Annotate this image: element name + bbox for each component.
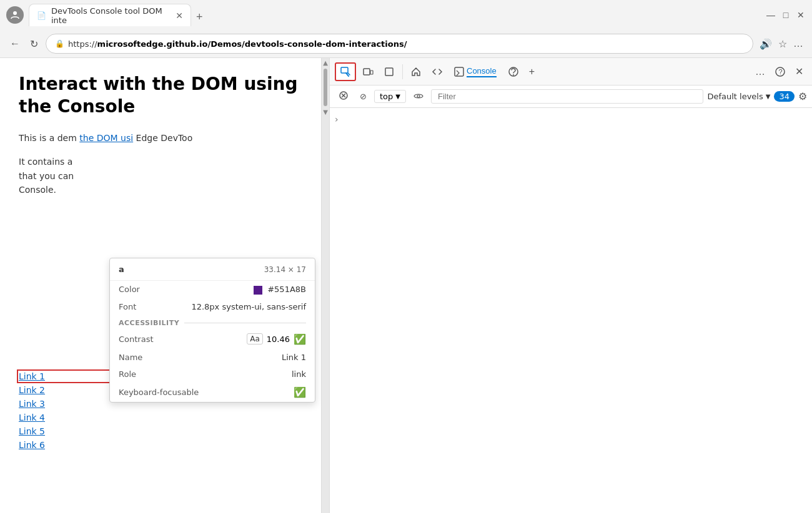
tooltip-name-label: Name: [119, 353, 142, 362]
tooltip-contrast-label: Contrast: [119, 335, 154, 344]
scroll-up-arrow[interactable]: ▲: [323, 59, 328, 66]
tooltip-keyboard-label: Keyboard-focusable: [119, 388, 199, 397]
tooltip-header: a 33.14 × 17: [110, 258, 315, 281]
add-tool-button[interactable]: +: [525, 64, 538, 80]
page-description-1: This is a dem the DOM usi Edge DevToo: [19, 131, 302, 145]
tooltip-contrast-value: Aa 10.46 ✅: [247, 333, 306, 345]
code-button[interactable]: [428, 64, 447, 80]
default-levels-selector[interactable]: Default levels ▼: [707, 92, 770, 101]
main-area: Interact with the DOM using the Console …: [0, 58, 812, 513]
tooltip-role-row: Role link: [110, 366, 315, 383]
minimize-button[interactable]: —: [766, 10, 776, 20]
tooltip-color-label: Color: [119, 285, 140, 294]
read-aloud-button[interactable]: 🔊: [758, 37, 773, 51]
link-6[interactable]: Link 6: [19, 440, 302, 450]
console-chevron[interactable]: ›: [335, 114, 339, 124]
color-swatch: [254, 286, 262, 295]
svg-rect-5: [455, 67, 463, 76]
address-actions: 🔊 ☆ …: [758, 37, 805, 51]
profile-icon[interactable]: [6, 6, 24, 24]
tab-title: DevTools Console tool DOM inte: [51, 6, 168, 25]
address-field[interactable]: 🔒 https://microsoftedge.github.io/Demos/…: [46, 34, 753, 54]
close-button[interactable]: ✕: [796, 10, 806, 20]
page-link-inline[interactable]: the DOM usi: [79, 133, 133, 143]
filter-input[interactable]: [431, 89, 703, 104]
svg-text:?: ?: [779, 68, 783, 76]
tooltip-color-value: #551A8B: [254, 285, 306, 295]
accessibility-divider: ACCESSIBILITY: [110, 315, 315, 330]
default-levels-arrow: ▼: [766, 93, 771, 100]
default-levels-label: Default levels: [707, 92, 763, 101]
description-text-2b: that you can: [19, 171, 74, 181]
page-description-2: It contains a that you can Console.: [19, 155, 302, 197]
console-tab-button[interactable]: Console: [449, 64, 502, 80]
svg-rect-2: [364, 69, 370, 75]
tooltip-font-value: 12.8px system-ui, sans-serif: [191, 302, 306, 311]
tooltip-keyboard-value: ✅: [294, 386, 306, 398]
svg-point-7: [513, 74, 514, 76]
more-tools-button[interactable]: …: [751, 64, 769, 80]
issues-button[interactable]: [504, 64, 523, 80]
eye-button[interactable]: [410, 90, 427, 104]
more-button[interactable]: …: [792, 37, 805, 51]
favorites-button[interactable]: ☆: [777, 37, 788, 51]
link-5[interactable]: Link 5: [19, 426, 302, 436]
lock-icon: 🔒: [55, 39, 64, 48]
console-tab-label: Console: [467, 66, 497, 77]
source-order-button[interactable]: [380, 64, 399, 80]
address-text: https://microsoftedge.github.io/Demos/de…: [68, 39, 407, 49]
tooltip-name-value: Link 1: [282, 353, 306, 362]
svg-rect-1: [341, 67, 348, 73]
filter-toggle-button[interactable]: ⊘: [356, 90, 370, 103]
scroll-indicator: ▲ ▼: [322, 58, 329, 513]
device-emulation-button[interactable]: [359, 64, 377, 80]
console-settings-button[interactable]: ⚙: [798, 90, 807, 102]
title-bar: 📄 DevTools Console tool DOM inte ✕ + — □…: [0, 0, 812, 30]
back-button[interactable]: ←: [7, 36, 22, 52]
svg-rect-4: [385, 68, 393, 76]
console-content: ›: [330, 108, 812, 513]
clear-console-button[interactable]: [335, 89, 352, 104]
devtools-panel: Console + … ? ✕: [329, 58, 812, 513]
message-count-value: 34: [779, 92, 790, 101]
tab-close-button[interactable]: ✕: [176, 11, 183, 21]
message-count-badge: 34: [774, 91, 795, 102]
tooltip-tag: a: [119, 265, 124, 274]
reload-button[interactable]: ↻: [27, 36, 41, 52]
link-4[interactable]: Link 4: [19, 413, 302, 423]
page-title: Interact with the DOM using the Console: [19, 73, 302, 119]
context-selector[interactable]: top ▼: [374, 90, 406, 103]
inspect-element-button[interactable]: [335, 62, 356, 81]
tabs-container: 📄 DevTools Console tool DOM inte ✕ +: [29, 4, 761, 26]
tooltip-font-row: Font 12.8px system-ui, sans-serif: [110, 298, 315, 315]
description-text-1: This is a dem: [19, 133, 77, 143]
console-secondary-toolbar: ⊘ top ▼ Default levels ▼ 34 ⚙: [330, 86, 812, 108]
context-label: top: [380, 92, 393, 101]
svg-point-0: [13, 11, 17, 15]
active-tab[interactable]: 📄 DevTools Console tool DOM inte ✕: [29, 4, 191, 26]
description-text-2a: It contains a: [19, 157, 72, 167]
toolbar-separator-1: [402, 64, 403, 79]
close-devtools-button[interactable]: ✕: [791, 63, 807, 80]
contrast-check-icon: ✅: [294, 333, 306, 345]
tooltip-contrast-row: Contrast Aa 10.46 ✅: [110, 330, 315, 349]
svg-rect-3: [370, 71, 373, 74]
svg-point-11: [417, 95, 420, 97]
new-tab-button[interactable]: +: [191, 8, 208, 26]
tooltip-role-value: link: [292, 369, 306, 379]
devtools-toolbar: Console + … ? ✕: [330, 58, 812, 86]
tooltip-color-row: Color #551A8B: [110, 281, 315, 298]
home-button[interactable]: [407, 64, 425, 80]
maximize-button[interactable]: □: [781, 10, 791, 20]
tooltip-keyboard-row: Keyboard-focusable ✅: [110, 383, 315, 402]
page-content: Interact with the DOM using the Console …: [0, 58, 322, 513]
aa-badge: Aa: [247, 333, 263, 344]
tab-icon: 📄: [37, 11, 46, 20]
description-text-2c: Console.: [19, 185, 56, 195]
window-controls: — □ ✕: [766, 10, 806, 20]
scroll-down-arrow[interactable]: ▼: [323, 109, 328, 115]
context-dropdown-icon: ▼: [395, 93, 400, 100]
tooltip-font-label: Font: [119, 302, 136, 311]
scroll-thumb[interactable]: [324, 69, 327, 106]
help-button[interactable]: ?: [771, 64, 789, 79]
